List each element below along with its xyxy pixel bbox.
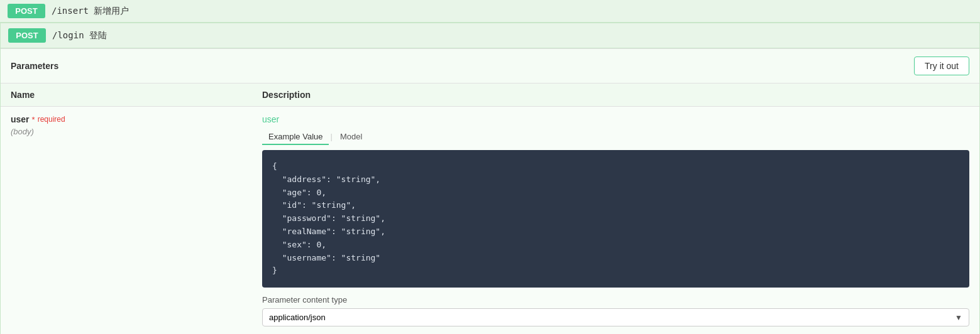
example-tabs: Example Value | Model [262,129,969,145]
tab-divider: | [329,129,333,145]
param-location: (body) [11,127,262,136]
try-it-out-button[interactable]: Try it out [914,57,969,75]
endpoint-path: /login 登陆 [52,30,107,41]
param-name-row: user * required [11,114,262,124]
tab-example-value[interactable]: Example Value [262,129,329,145]
tab-model[interactable]: Model [334,129,368,145]
top-method-badge: POST [8,4,45,18]
param-desc-text: user [262,114,969,124]
chevron-down-icon: ▼ [955,313,962,322]
col-name-header: Name [11,90,262,100]
param-name: user [11,114,30,124]
code-content: { "address": "string", "age": 0, "id": "… [272,160,959,277]
method-badge: POST [8,28,46,43]
top-endpoint-bar[interactable]: POST /insert 新增用户 [0,0,980,23]
content-type-section: Parameter content type application/json … [262,295,969,326]
content-type-select[interactable]: application/json ▼ [262,308,969,326]
main-endpoint-section: POST /login 登陆 Parameters Try it out Nam… [0,23,980,334]
table-row: user * required (body) user Example Valu… [1,107,979,334]
content-type-value: application/json [269,313,326,322]
param-name-cell: user * required (body) [11,114,262,136]
parameters-title: Parameters [11,61,58,71]
endpoint-bar[interactable]: POST /login 登陆 [1,23,979,48]
table-header: Name Description [1,84,979,107]
param-description-cell: user Example Value | Model { "address": … [262,114,969,326]
required-label: required [38,115,65,124]
col-description-header: Description [262,90,969,100]
required-star: * [32,115,35,124]
content-type-label: Parameter content type [262,295,969,304]
parameters-header: Parameters Try it out [1,49,979,84]
top-endpoint-path: /insert 新增用户 [52,6,129,17]
code-block: { "address": "string", "age": 0, "id": "… [262,150,969,288]
parameters-section: Parameters Try it out Name Description u… [1,48,979,334]
